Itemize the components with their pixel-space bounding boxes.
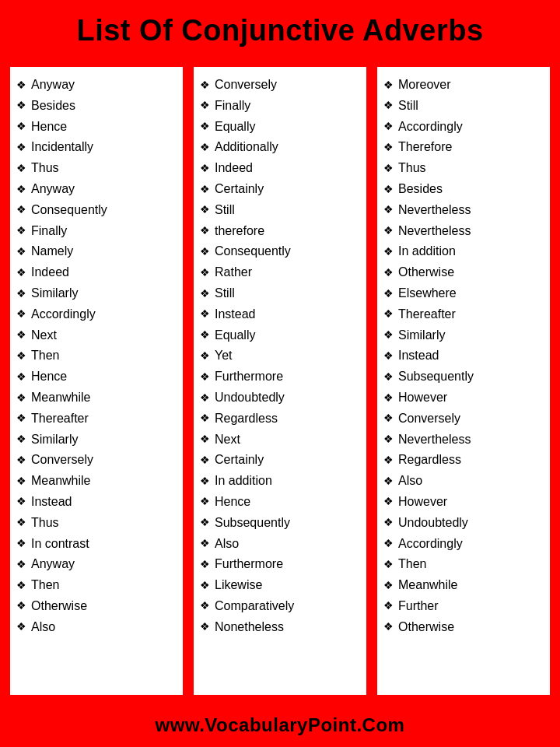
list-item: ❖Thereafter bbox=[383, 304, 544, 325]
diamond-icon: ❖ bbox=[383, 473, 394, 490]
list-item: ❖Conversely bbox=[383, 409, 544, 430]
word-label: Meanwhile bbox=[31, 472, 90, 491]
diamond-icon: ❖ bbox=[200, 493, 210, 510]
list-item: ❖Nevertheless bbox=[383, 221, 544, 242]
list-item: ❖Besides bbox=[383, 179, 544, 200]
word-label: Equally bbox=[215, 326, 255, 345]
diamond-icon: ❖ bbox=[16, 97, 26, 114]
list-item: ❖Likewise bbox=[200, 575, 360, 596]
word-label: Undoubtedly bbox=[398, 514, 468, 533]
diamond-icon: ❖ bbox=[200, 390, 210, 407]
diamond-icon: ❖ bbox=[383, 77, 394, 94]
word-label: Instead bbox=[215, 305, 255, 324]
word-label: Similarly bbox=[31, 430, 78, 450]
diamond-icon: ❖ bbox=[383, 598, 394, 615]
diamond-icon: ❖ bbox=[200, 223, 210, 240]
list-item: ❖Conversely bbox=[200, 75, 360, 96]
list-item: ❖Anyway bbox=[16, 554, 177, 575]
diamond-icon: ❖ bbox=[200, 265, 210, 282]
list-item: ❖Nevertheless bbox=[383, 430, 544, 451]
column-1: ❖Anyway❖Besides❖Hence❖Incidentally❖Thus❖… bbox=[8, 65, 185, 697]
page-title: List Of Conjunctive Adverbs bbox=[8, 14, 552, 47]
list-item: ❖Incidentally bbox=[16, 137, 177, 158]
list-item: ❖Undoubtedly bbox=[200, 388, 360, 409]
word-label: Also bbox=[31, 618, 55, 637]
diamond-icon: ❖ bbox=[383, 327, 394, 344]
list-item: ❖Comparatively bbox=[200, 596, 360, 617]
list-item: ❖In addition bbox=[200, 471, 360, 492]
column-2: ❖Conversely❖Finally❖Equally❖Additionally… bbox=[191, 65, 369, 697]
diamond-icon: ❖ bbox=[16, 160, 26, 177]
word-label: Comparatively bbox=[215, 597, 294, 616]
column-3: ❖Moreover❖Still❖Accordingly❖Therefore❖Th… bbox=[375, 65, 552, 697]
list-item: ❖Certainly bbox=[200, 450, 360, 471]
word-label: Nonetheless bbox=[215, 618, 284, 637]
list-item: ❖Similarly bbox=[16, 283, 177, 304]
word-label: Hence bbox=[215, 493, 250, 512]
list-item: ❖Furthermore bbox=[200, 366, 360, 388]
word-label: Still bbox=[215, 201, 235, 220]
word-label: Moreover bbox=[398, 75, 451, 95]
list-item: ❖Still bbox=[200, 283, 360, 304]
word-label: In addition bbox=[215, 472, 272, 491]
word-label: Incidentally bbox=[31, 138, 93, 157]
word-label: Rather bbox=[215, 263, 252, 282]
word-label: Thereafter bbox=[31, 409, 89, 429]
diamond-icon: ❖ bbox=[200, 556, 210, 573]
page-header: List Of Conjunctive Adverbs bbox=[0, 0, 560, 58]
word-label: Thus bbox=[398, 159, 426, 178]
diamond-icon: ❖ bbox=[16, 535, 26, 552]
list-item: ❖Instead bbox=[16, 492, 177, 513]
word-label: Equally bbox=[215, 117, 255, 137]
list-item: ❖Thus bbox=[16, 513, 177, 534]
list-item: ❖Indeed bbox=[200, 158, 360, 179]
word-label: Finally bbox=[31, 222, 67, 241]
word-label: Meanwhile bbox=[31, 388, 90, 408]
list-item: ❖Next bbox=[200, 430, 360, 451]
word-label: However bbox=[398, 388, 447, 408]
list-item: ❖Otherwise bbox=[16, 596, 177, 617]
word-label: Namely bbox=[31, 242, 73, 261]
word-label: Indeed bbox=[215, 159, 253, 178]
word-label: Undoubtedly bbox=[215, 388, 285, 408]
list-item: ❖Instead bbox=[200, 304, 360, 325]
word-label: Consequently bbox=[31, 201, 107, 220]
word-label: In addition bbox=[398, 242, 456, 261]
list-item: ❖Then bbox=[16, 575, 177, 596]
list-item: ❖Hence bbox=[200, 492, 360, 513]
word-label: Indeed bbox=[31, 263, 69, 282]
list-item: ❖Indeed bbox=[16, 262, 177, 283]
word-label: Conversely bbox=[215, 75, 277, 95]
diamond-icon: ❖ bbox=[200, 431, 210, 448]
list-item: ❖Nevertheless bbox=[383, 200, 544, 221]
diamond-icon: ❖ bbox=[383, 577, 394, 594]
word-label: Regardless bbox=[398, 451, 461, 470]
diamond-icon: ❖ bbox=[16, 410, 26, 427]
diamond-icon: ❖ bbox=[383, 139, 394, 156]
word-label: Yet bbox=[215, 346, 233, 366]
word-label: Then bbox=[398, 555, 426, 574]
word-label: Hence bbox=[31, 367, 67, 387]
word-label: In contrast bbox=[31, 535, 89, 554]
word-label: Hence bbox=[31, 117, 67, 137]
diamond-icon: ❖ bbox=[16, 77, 26, 94]
diamond-icon: ❖ bbox=[200, 160, 210, 177]
diamond-icon: ❖ bbox=[16, 390, 26, 407]
word-label: Otherwise bbox=[398, 618, 454, 637]
list-item: ❖Additionally bbox=[200, 137, 360, 158]
list-item: ❖Similarly bbox=[383, 325, 544, 346]
list-item: ❖Equally bbox=[200, 117, 360, 138]
word-label: Regardless bbox=[215, 409, 278, 429]
word-label: Instead bbox=[398, 346, 439, 366]
diamond-icon: ❖ bbox=[383, 306, 394, 323]
diamond-icon: ❖ bbox=[383, 265, 394, 282]
word-label: Accordingly bbox=[31, 305, 96, 324]
diamond-icon: ❖ bbox=[383, 369, 394, 386]
word-label: Instead bbox=[31, 493, 72, 512]
word-label: therefore bbox=[215, 222, 264, 241]
word-label: Accordingly bbox=[398, 117, 463, 137]
diamond-icon: ❖ bbox=[383, 619, 394, 636]
list-item: ❖Subsequently bbox=[200, 513, 360, 534]
diamond-icon: ❖ bbox=[200, 619, 210, 636]
word-label: Otherwise bbox=[398, 263, 454, 282]
